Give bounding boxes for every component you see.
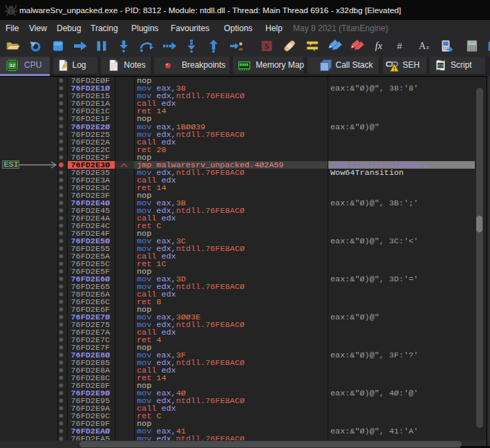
svg-text:z: z [426, 44, 429, 50]
svg-text:#: # [397, 41, 402, 51]
svg-text:!: ! [393, 66, 395, 72]
svg-text:S: S [265, 41, 270, 51]
svg-text:A: A [419, 41, 426, 51]
svg-text:fx: fx [375, 40, 383, 51]
svg-text:<>: <> [437, 64, 443, 68]
svg-text:32: 32 [9, 62, 15, 68]
